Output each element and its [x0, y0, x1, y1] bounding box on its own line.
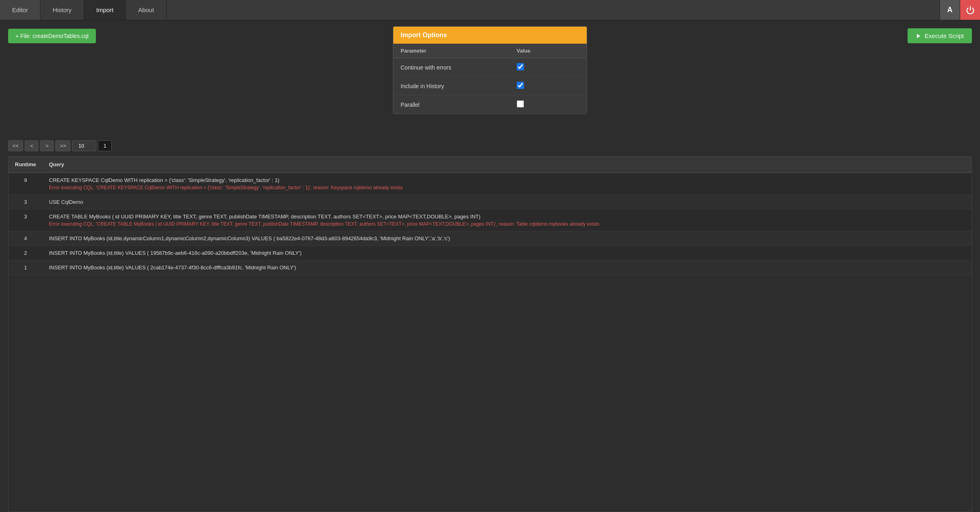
runtime-cell: 4 [8, 231, 42, 246]
runtime-cell: 9 [8, 173, 42, 195]
play-icon [916, 33, 921, 39]
query-cell: USE CqlDemo [42, 195, 972, 209]
query-cell: CREATE TABLE MyBooks ( id UUID PRIMARY K… [42, 209, 972, 231]
results-table-container[interactable]: Runtime Query 9CREATE KEYSPACE CqlDemo W… [8, 156, 972, 512]
error-text: Error executing CQL: 'CREATE KEYSPACE Cq… [49, 185, 965, 190]
tab-about[interactable]: About [126, 0, 166, 20]
runtime-cell: 3 [8, 195, 42, 209]
alert-button[interactable]: A [940, 0, 960, 20]
import-option-row: Include in History [393, 77, 587, 95]
query-text: CREATE KEYSPACE CqlDemo WITH replication… [49, 177, 280, 183]
import-option-param: Continue with errors [393, 58, 509, 77]
query-text: USE CqlDemo [49, 199, 83, 205]
runtime-cell: 2 [8, 246, 42, 260]
query-cell: CREATE KEYSPACE CqlDemo WITH replication… [42, 173, 972, 195]
tab-import[interactable]: Import [84, 0, 126, 20]
power-button[interactable] [960, 0, 980, 20]
import-options-panel: Import Options Parameter Value [393, 26, 587, 114]
param-column-header: Parameter [393, 44, 509, 58]
table-header-row: Runtime Query [8, 157, 972, 173]
query-text: INSERT INTO MyBooks (id,title) VALUES ( … [49, 250, 301, 256]
import-options-container: Import Options Parameter Value [393, 26, 587, 114]
query-column-header: Query [42, 157, 972, 173]
import-options-table: Parameter Value Continue with errorsIncl… [393, 44, 587, 114]
table-row: 3USE CqlDemo [8, 195, 972, 209]
import-options-header: Import Options [393, 27, 587, 44]
svg-marker-1 [917, 34, 920, 38]
import-option-value [509, 58, 587, 77]
import-option-checkbox[interactable] [517, 63, 524, 70]
import-option-param: Parallel [393, 95, 509, 114]
query-cell: INSERT INTO MyBooks (id,title) VALUES ( … [42, 246, 972, 260]
value-column-header: Value [509, 44, 587, 58]
import-option-row: Parallel [393, 95, 587, 114]
per-page-input[interactable] [72, 140, 96, 151]
power-icon [966, 6, 975, 15]
error-text: Error executing CQL: 'CREATE TABLE MyBoo… [49, 221, 965, 227]
top-navigation: Editor History Import About A [0, 0, 980, 20]
import-option-checkbox[interactable] [517, 100, 524, 108]
query-cell: INSERT INTO MyBooks (id,title) VALUES ( … [42, 260, 972, 275]
import-option-checkbox[interactable] [517, 82, 524, 89]
import-option-value [509, 95, 587, 114]
main-content: + File: createDemoTables.cql Import Opti… [0, 20, 980, 512]
next-page-button[interactable]: > [40, 140, 54, 151]
top-row: + File: createDemoTables.cql Import Opti… [8, 28, 972, 43]
table-row: 9CREATE KEYSPACE CqlDemo WITH replicatio… [8, 173, 972, 195]
tab-editor[interactable]: Editor [0, 0, 40, 20]
runtime-cell: 3 [8, 209, 42, 231]
table-row: 4INSERT INTO MyBooks (id,title,dynamicCo… [8, 231, 972, 246]
import-option-row: Continue with errors [393, 58, 587, 77]
query-text: CREATE TABLE MyBooks ( id UUID PRIMARY K… [49, 214, 480, 220]
query-text: INSERT INTO MyBooks (id,title,dynamicCol… [49, 235, 450, 241]
query-cell: INSERT INTO MyBooks (id,title,dynamicCol… [42, 231, 972, 246]
execute-script-button[interactable]: Execute Script [908, 28, 972, 43]
table-row: 3CREATE TABLE MyBooks ( id UUID PRIMARY … [8, 209, 972, 231]
runtime-cell: 1 [8, 260, 42, 275]
tab-history[interactable]: History [40, 0, 84, 20]
first-page-button[interactable]: << [8, 140, 23, 151]
prev-page-button[interactable]: < [25, 140, 38, 151]
file-button[interactable]: + File: createDemoTables.cql [8, 29, 96, 43]
table-row: 1INSERT INTO MyBooks (id,title) VALUES (… [8, 260, 972, 275]
last-page-button[interactable]: >> [55, 140, 70, 151]
results-table: Runtime Query 9CREATE KEYSPACE CqlDemo W… [8, 157, 972, 275]
import-option-param: Include in History [393, 77, 509, 95]
pagination-row: << < > >> 1 [8, 140, 972, 151]
import-option-value [509, 77, 587, 95]
current-page-display: 1 [98, 140, 112, 151]
alert-icon: A [947, 6, 952, 14]
query-text: INSERT INTO MyBooks (id,title) VALUES ( … [49, 264, 296, 271]
table-row: 2INSERT INTO MyBooks (id,title) VALUES (… [8, 246, 972, 260]
runtime-column-header: Runtime [8, 157, 42, 173]
